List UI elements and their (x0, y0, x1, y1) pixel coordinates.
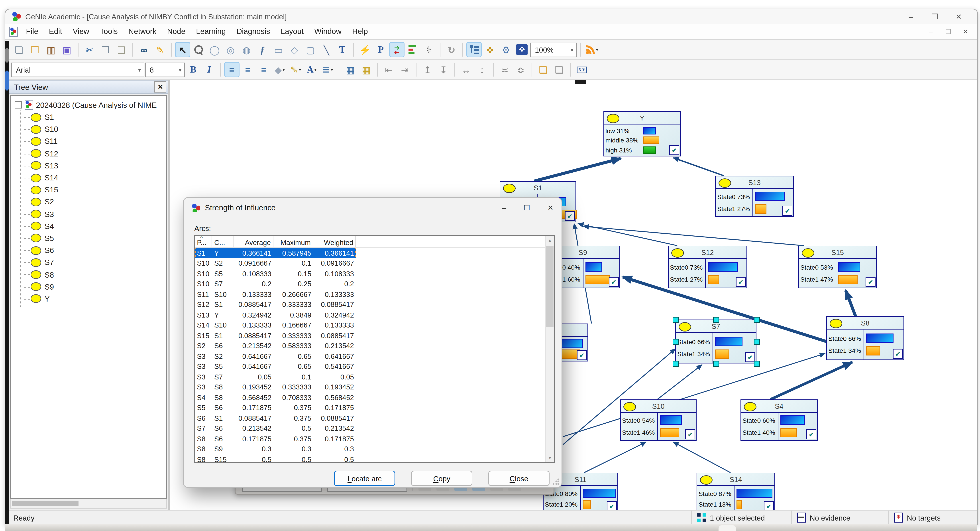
selection-handle[interactable] (713, 361, 719, 367)
arc[interactable] (846, 290, 856, 316)
table-row[interactable]: S11S100.1333330.2666670.133333 (195, 289, 356, 299)
column-header-maximum[interactable]: Maximum (274, 236, 313, 247)
tree-item-s14[interactable]: S14 (14, 172, 166, 184)
menu-diagnosis[interactable]: Diagnosis (231, 26, 275, 37)
tree-item-s13[interactable]: S13 (14, 159, 166, 172)
selection-handle[interactable] (713, 317, 719, 323)
chance-node-icon[interactable]: ◯ (207, 42, 222, 57)
arc[interactable] (584, 442, 646, 473)
utility-node-icon[interactable]: ◍ (239, 42, 254, 57)
tree-item-s3[interactable]: S3 (14, 208, 166, 220)
tree-horizontal-scrollbar[interactable] (10, 499, 167, 509)
restore-button[interactable]: ❐ (923, 10, 947, 23)
font-size-select[interactable]: 8▾ (145, 62, 185, 77)
snap-to-grid-icon[interactable]: ▦ (359, 62, 374, 77)
value-node-icon[interactable]: ◇ (287, 42, 302, 57)
node-S10[interactable]: S10State0 54%State1 46%✔ (620, 399, 697, 441)
arc[interactable] (770, 362, 852, 399)
menu-view[interactable]: View (67, 26, 94, 37)
scrollbar-thumb[interactable] (12, 501, 78, 506)
tree-item-s12[interactable]: S12 (14, 148, 166, 160)
line-color-icon[interactable]: ✎▾ (288, 62, 303, 77)
tree-item-s7[interactable]: S7 (14, 257, 166, 269)
table-row[interactable]: S1Y0.3661410.5879450.366141 (195, 248, 356, 258)
tree-item-y[interactable]: Y (14, 293, 166, 305)
copy-icon[interactable]: ❐ (98, 42, 113, 57)
table-row[interactable]: S8S60.1718750.3750.171875 (195, 434, 356, 444)
align-bottom-edges-icon[interactable]: ↧ (436, 62, 451, 77)
text-color-icon[interactable]: A▾ (304, 62, 319, 77)
tree-item-s1[interactable]: S1 (14, 111, 166, 123)
menu-window[interactable]: Window (309, 26, 347, 37)
tree-view-close-icon[interactable]: ✕ (154, 81, 166, 92)
align-right-icon[interactable]: ≡ (256, 62, 272, 77)
column-header-average[interactable]: Average (234, 236, 274, 247)
scroll-down-icon[interactable]: ▼ (546, 453, 554, 462)
dialog-maximize-icon[interactable]: ☐ (523, 204, 530, 212)
table-row[interactable]: S15S10.08854170.3333330.0885417 (195, 330, 356, 341)
tree-root-item[interactable]: − 20240328 (Cause Analysis of NIME (14, 99, 166, 111)
node-S14[interactable]: S14State0 87%State1 13%✔ (697, 473, 775, 510)
zoom-level-select[interactable]: 100%▾ (530, 42, 577, 57)
import-icon[interactable]: ▥ (43, 42, 59, 57)
node-S13[interactable]: S13State0 73%State1 27%✔ (715, 176, 794, 217)
xy-position-icon[interactable]: XY (574, 62, 589, 77)
column-header-p[interactable]: P...^ (195, 236, 212, 247)
arc[interactable] (673, 158, 724, 176)
space-vertically-icon[interactable]: ↕ (474, 62, 490, 77)
center-vertically-icon[interactable]: ≎ (513, 62, 528, 77)
influence-list-icon[interactable] (405, 42, 420, 57)
selection-handle[interactable] (673, 339, 679, 345)
menu-edit[interactable]: Edit (44, 26, 67, 37)
diagnosis-icon[interactable]: ⚕ (421, 42, 436, 57)
decision-node-icon[interactable]: ▭ (271, 42, 286, 57)
menu-learning[interactable]: Learning (191, 26, 231, 37)
network-canvas[interactable]: Strength of Influence – ☐ ✕ Arcs: P...^C… (170, 80, 977, 510)
selection-handle[interactable] (754, 339, 760, 345)
table-row[interactable]: S3S70.050.10.05 (195, 372, 356, 382)
close-button[interactable]: Close (488, 470, 550, 486)
selection-handle[interactable] (673, 361, 679, 367)
table-row[interactable]: S12S10.08854170.3333330.0885417 (195, 299, 356, 310)
table-row[interactable]: S3S20.6416670.650.641667 (195, 351, 356, 361)
bring-to-front-icon[interactable]: ❏ (536, 62, 551, 77)
tree-item-s6[interactable]: S6 (14, 244, 166, 257)
selection-handle[interactable] (673, 317, 679, 323)
mdi-minimize-button[interactable]: – (923, 25, 939, 37)
align-left-edges-icon[interactable]: ⇤ (381, 62, 396, 77)
node-S8[interactable]: S8State0 66%State1 34%✔ (826, 316, 904, 360)
arc[interactable] (673, 442, 730, 473)
arcs-table-header[interactable]: P...^C...AverageMaximumWeighted (195, 236, 554, 248)
table-row[interactable]: S4S80.5684520.7083330.568452 (195, 392, 356, 402)
strength-of-influence-icon[interactable] (389, 42, 404, 57)
table-row[interactable]: S10S50.1083330.150.108333 (195, 268, 356, 279)
table-row[interactable]: S10S70.20.250.2 (195, 279, 356, 289)
table-row[interactable]: S3S80.1934520.3333330.193452 (195, 382, 356, 392)
node-Y[interactable]: Ylow 31%middle 38%high 31%✔ (603, 111, 681, 156)
italic-icon[interactable]: I (202, 62, 217, 77)
tree-item-s11[interactable]: S11 (14, 136, 166, 148)
menu-network[interactable]: Network (123, 26, 162, 37)
submodel-node-icon[interactable]: ▢ (303, 42, 318, 57)
text-tool-icon[interactable]: T (335, 42, 350, 57)
column-header-c[interactable]: C... (212, 236, 234, 247)
selection-handle[interactable] (754, 317, 760, 323)
line-width-icon[interactable]: ≣▾ (320, 62, 335, 77)
menu-layout[interactable]: Layout (275, 26, 309, 37)
tree-item-s15[interactable]: S15 (14, 184, 166, 196)
tree-item-s10[interactable]: S10 (14, 123, 166, 136)
paste-icon[interactable]: ❑ (114, 42, 129, 57)
probability-tool-icon[interactable]: P (373, 42, 388, 57)
bold-icon[interactable]: B (186, 62, 201, 77)
menu-file[interactable]: File (21, 26, 44, 37)
arc[interactable] (584, 226, 804, 246)
collapse-icon[interactable]: − (14, 101, 22, 108)
genie-feed-icon[interactable]: ▾ (584, 42, 600, 57)
space-horizontally-icon[interactable]: ↔ (458, 62, 474, 77)
align-left-icon[interactable]: ≡ (224, 62, 240, 77)
dialog-close-icon[interactable]: ✕ (547, 204, 554, 212)
close-button[interactable]: ✕ (947, 10, 971, 23)
column-header-weighted[interactable]: Weighted (313, 236, 356, 247)
align-top-edges-icon[interactable]: ↥ (420, 62, 435, 77)
arcs-table-scrollbar[interactable]: ▲ ▼ (545, 236, 554, 462)
